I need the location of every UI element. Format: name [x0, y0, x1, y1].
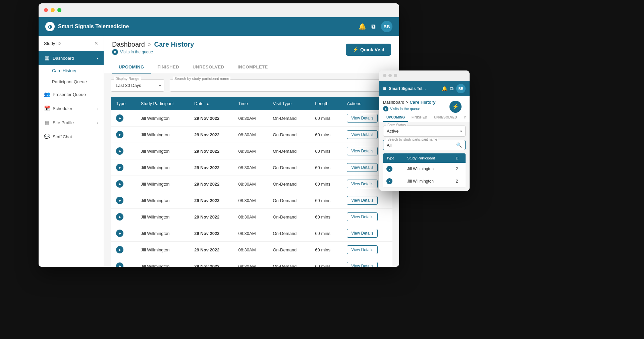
view-details-button[interactable]: View Details	[347, 163, 378, 172]
row-visit-type-cell: On-Demand	[267, 192, 310, 209]
play-icon	[116, 131, 123, 138]
col-visit-type: Visit Type	[267, 97, 310, 110]
second-row-d-cell: 2	[452, 175, 466, 188]
view-details-button[interactable]: View Details	[347, 245, 378, 254]
sidebar-close-icon[interactable]: ✕	[94, 41, 98, 46]
row-time-cell: 08:30AM	[233, 242, 268, 258]
tab-upcoming[interactable]: UPCOMING	[112, 61, 151, 74]
avatar[interactable]: BB	[381, 21, 392, 32]
panel-title-row: Dashboard > Care History 8 Visits in the…	[112, 41, 391, 58]
sidebar-item-scheduler[interactable]: 📅 Scheduler ›	[39, 101, 104, 115]
row-length-cell: 60 mins	[310, 225, 341, 242]
row-participant-cell: Jill Willmington	[136, 143, 189, 159]
row-action-cell: View Details	[341, 192, 392, 209]
quick-visit-label: Quick Visit	[360, 47, 384, 52]
notification-icon[interactable]: 🔔	[359, 23, 366, 30]
view-details-button[interactable]: View Details	[347, 114, 378, 123]
hamburger-icon[interactable]: ≡	[383, 86, 386, 92]
col-type: Type	[111, 97, 136, 110]
second-col-type: Type	[383, 153, 404, 163]
display-range-label: Display Range	[114, 77, 141, 81]
row-time-cell: 08:30AM	[233, 209, 268, 225]
tab-unresolved[interactable]: UNRESOLVED	[186, 61, 231, 74]
sidebar-item-participant-queue[interactable]: Participant Queue	[39, 76, 104, 87]
second-tab-finished[interactable]: FINISHED	[408, 113, 431, 122]
site-profile-chevron-icon: ›	[97, 121, 98, 125]
sidebar-item-care-history[interactable]: Care History	[39, 65, 104, 76]
row-date-cell: 29 Nov 2022	[189, 143, 233, 159]
search-input[interactable]	[170, 79, 392, 92]
row-date-cell: 29 Nov 2022	[189, 225, 233, 242]
second-window: ≡ Smart Signals Tel... 🔔 ⧉ BB Dashboard …	[379, 70, 470, 191]
view-details-button[interactable]: View Details	[347, 130, 378, 139]
navbar: ◑ Smart Signals Telemedicine 🔔 ⧉ BB	[39, 17, 399, 36]
sw-tl-3	[394, 74, 397, 77]
row-action-cell: View Details	[341, 242, 392, 258]
sidebar-item-dashboard[interactable]: ▦ Dashboard ▾	[39, 51, 104, 65]
quick-visit-button[interactable]: ⚡ Quick Visit	[346, 44, 391, 56]
table-row: Jill Willmington 29 Nov 2022 08:30AM On-…	[111, 127, 392, 143]
tab-incomplete[interactable]: INCOMPLETE	[231, 61, 275, 74]
col-participant: Study Participant	[136, 97, 189, 110]
tab-finished[interactable]: FINISHED	[151, 61, 186, 74]
desktop: ◑ Smart Signals Telemedicine 🔔 ⧉ BB Stud…	[0, 0, 644, 339]
display-range-select[interactable]: Last 30 Days Last 7 Days Last 90 Days Al…	[111, 79, 164, 92]
view-details-button[interactable]: View Details	[347, 229, 378, 238]
row-type-cell	[111, 176, 136, 192]
second-col-d: D	[452, 153, 466, 163]
second-row-d-cell: 2	[452, 163, 466, 175]
second-copy-icon[interactable]: ⧉	[450, 86, 453, 92]
play-icon	[116, 230, 123, 237]
row-time-cell: 08:30AM	[233, 225, 268, 242]
table-row: Jill Willmington 29 Nov 2022 08:30AM On-…	[111, 143, 392, 159]
row-date-cell: 29 Nov 2022	[189, 110, 233, 127]
table-row: Jill Willmington 29 Nov 2022 08:30AM On-…	[111, 225, 392, 242]
row-time-cell: 08:30AM	[233, 258, 268, 267]
traffic-light-red[interactable]	[44, 8, 48, 12]
main-panel: Dashboard > Care History 8 Visits in the…	[104, 36, 399, 267]
second-quick-visit-button[interactable]: ⚡	[449, 101, 462, 113]
second-tab-incomplete[interactable]: INCO...	[460, 113, 466, 122]
search-filter-label: Search by study participant name	[173, 77, 230, 81]
row-time-cell: 08:30AM	[233, 110, 268, 127]
row-type-cell	[111, 258, 136, 267]
traffic-lights-bar	[39, 3, 399, 17]
view-details-button[interactable]: View Details	[347, 196, 378, 205]
sidebar-item-site-profile[interactable]: ▤ Site Profile ›	[39, 115, 104, 130]
copy-icon[interactable]: ⧉	[371, 23, 376, 30]
view-details-button[interactable]: View Details	[347, 180, 378, 188]
play-icon	[116, 246, 123, 253]
table-area: Display Range Last 30 Days Last 7 Days L…	[104, 74, 399, 267]
brand-icon: ◑	[45, 22, 55, 31]
form-status-group: Form Status Active Inactive All ▾	[383, 126, 466, 137]
sidebar: Study ID ✕ ▦ Dashboard ▾ Care History Pa…	[39, 36, 104, 267]
sidebar-item-presenter-queue[interactable]: 👥 Presenter Queue	[39, 87, 104, 101]
row-visit-type-cell: On-Demand	[267, 242, 310, 258]
row-action-cell: View Details	[341, 225, 392, 242]
play-icon	[116, 213, 123, 221]
search-field-input[interactable]	[387, 143, 456, 148]
second-avatar[interactable]: BB	[456, 84, 466, 93]
search-field-icon[interactable]: 🔍	[456, 142, 462, 148]
second-breadcrumb-current: Care History	[410, 100, 435, 105]
second-tab-upcoming[interactable]: UPCOMING	[383, 113, 408, 122]
sidebar-item-staff-chat[interactable]: 💬 Staff Chat	[39, 130, 104, 144]
row-date-cell: 29 Nov 2022	[189, 209, 233, 225]
breadcrumb: Dashboard > Care History	[112, 41, 194, 48]
row-date-cell: 29 Nov 2022	[189, 242, 233, 258]
second-breadcrumb-base: Dashboard	[383, 100, 405, 105]
view-details-button[interactable]: View Details	[347, 147, 378, 155]
view-details-button[interactable]: View Details	[347, 212, 378, 221]
row-length-cell: 60 mins	[310, 159, 341, 176]
second-table-row: Jill Willmington 2	[383, 175, 466, 188]
view-details-button[interactable]: View Details	[347, 262, 378, 267]
traffic-light-green[interactable]	[57, 8, 61, 12]
form-status-select[interactable]: Active Inactive All	[383, 126, 466, 137]
second-notification-icon[interactable]: 🔔	[442, 86, 447, 91]
second-tab-unresolved[interactable]: UNRESOLVED	[431, 113, 461, 122]
traffic-light-yellow[interactable]	[51, 8, 55, 12]
brand: ◑ Smart Signals Telemedicine	[45, 22, 129, 31]
row-participant-cell: Jill Willmington	[136, 258, 189, 267]
col-time: Time	[233, 97, 268, 110]
play-icon	[116, 180, 123, 188]
